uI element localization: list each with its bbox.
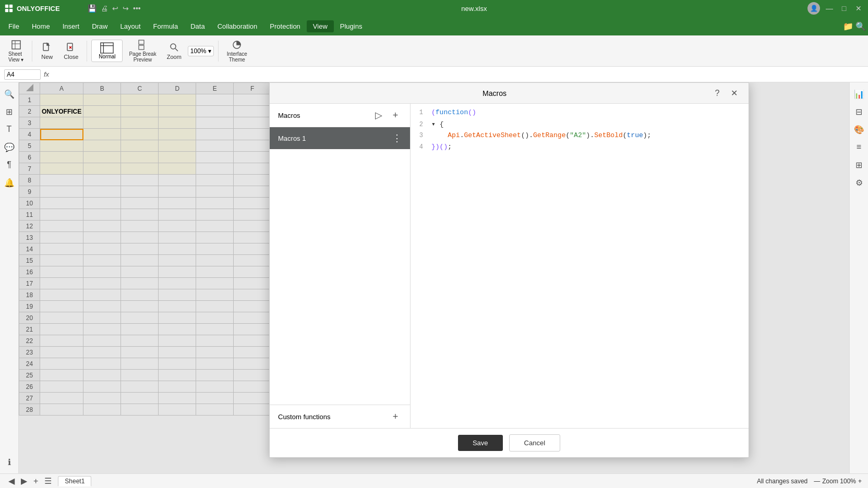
save-status: All changes saved: [757, 478, 807, 485]
zoom-button[interactable]: Zoom: [163, 40, 186, 62]
redo-icon[interactable]: ↪: [123, 4, 129, 13]
macro-item-1[interactable]: Macros 1 ⋮: [270, 127, 410, 149]
normal-icon: [100, 42, 114, 54]
dialog-footer: Save Cancel: [270, 428, 749, 457]
interface-icon: [232, 40, 242, 50]
close-label: Close: [64, 54, 78, 60]
sheet-view-button[interactable]: SheetView ▾: [4, 38, 28, 65]
window-maximize[interactable]: □: [839, 3, 849, 14]
line-content-2: ▾ {: [431, 120, 443, 128]
main-area: 🔍 ⊞ T 💬 ¶ 🔔 ℹ A B C D E: [0, 82, 868, 473]
left-paragraph-icon[interactable]: ¶: [2, 157, 17, 172]
next-sheet-button[interactable]: ▶: [19, 476, 29, 486]
page-break-button[interactable]: Page BreakPreview: [125, 38, 160, 65]
zoom-out-button[interactable]: —: [814, 478, 820, 485]
add-sheet-button[interactable]: +: [31, 477, 40, 486]
zoom-level: Zoom 100%: [822, 478, 856, 485]
formula-input[interactable]: [52, 70, 864, 78]
page-break-icon: [138, 40, 148, 50]
left-text-icon[interactable]: T: [2, 122, 17, 137]
left-magnify-icon[interactable]: 🔍: [2, 87, 17, 101]
titlebar: ONLYOFFICE 💾 🖨 ↩ ↪ ••• new.xlsx 👤 — □ ✕: [0, 0, 868, 17]
macro-item-1-more[interactable]: ⋮: [392, 132, 402, 144]
window-title: new.xlsx: [141, 5, 807, 13]
left-bell-icon[interactable]: 🔔: [2, 175, 17, 190]
toolbar: SheetView ▾ New Close Normal Page BreakP…: [0, 35, 868, 67]
undo-icon[interactable]: ↩: [112, 4, 118, 13]
code-editor[interactable]: 1 (function() 2 ▾ { 3 Api.GetActiveSheet…: [411, 104, 749, 428]
add-macro-button[interactable]: +: [389, 109, 402, 121]
menu-draw[interactable]: Draw: [86, 20, 114, 32]
window-close[interactable]: ✕: [853, 3, 864, 14]
cell-reference-input[interactable]: [4, 69, 41, 80]
right-settings-icon[interactable]: ⚙: [852, 175, 866, 190]
interface-theme-button[interactable]: InterfaceTheme: [223, 38, 251, 65]
code-line-1: 1 (function(): [411, 108, 749, 119]
new-label: New: [41, 54, 53, 60]
menu-data[interactable]: Data: [184, 20, 211, 32]
left-panel: 🔍 ⊞ T 💬 ¶ 🔔 ℹ: [0, 82, 19, 473]
left-grid-icon[interactable]: ⊞: [2, 104, 17, 119]
right-paint-icon[interactable]: 🎨: [852, 122, 866, 137]
svg-rect-1: [9, 5, 13, 8]
menu-file[interactable]: File: [2, 20, 26, 32]
user-avatar[interactable]: 👤: [807, 2, 820, 15]
zoom-in-button[interactable]: +: [858, 478, 862, 485]
menu-protection[interactable]: Protection: [263, 20, 307, 32]
list-sheets-button[interactable]: ☰: [42, 476, 54, 486]
macros-dialog: Macros ? ✕ Macros ▷ +: [269, 82, 749, 458]
zoom-select[interactable]: 100% ▾: [188, 46, 214, 56]
more-icon[interactable]: •••: [133, 4, 141, 13]
right-chart-icon[interactable]: 📊: [852, 87, 866, 101]
dialog-body: Macros ▷ + Macros 1 ⋮ Custom functio: [270, 104, 749, 428]
save-icon[interactable]: 💾: [88, 4, 97, 13]
right-columns-icon[interactable]: ⊞: [852, 157, 866, 172]
menu-plugins[interactable]: Plugins: [334, 20, 369, 32]
menu-view[interactable]: View: [307, 20, 334, 32]
line-num-4: 4: [411, 143, 431, 151]
custom-functions-label: Custom functions: [278, 413, 330, 421]
left-chat-icon[interactable]: 💬: [2, 140, 17, 154]
menu-collaboration[interactable]: Collaboration: [211, 20, 264, 32]
line-num-3: 3: [411, 132, 431, 139]
sheet1-tab[interactable]: Sheet1: [58, 476, 91, 486]
cancel-button[interactable]: Cancel: [509, 434, 560, 452]
svg-rect-4: [12, 41, 20, 49]
save-button[interactable]: Save: [458, 435, 503, 451]
svg-rect-11: [101, 43, 113, 53]
new-button[interactable]: New: [37, 40, 57, 62]
code-line-3: 3 Api.GetActiveSheet().GetRange("A2").Se…: [411, 131, 749, 142]
zoom-controls: — Zoom 100% +: [814, 478, 862, 485]
left-info-icon[interactable]: ℹ: [2, 455, 17, 469]
menu-formula[interactable]: Formula: [147, 20, 185, 32]
run-macro-button[interactable]: ▷: [372, 109, 385, 121]
menu-layout[interactable]: Layout: [114, 20, 147, 32]
window-minimize[interactable]: —: [824, 3, 835, 14]
new-icon: [42, 42, 52, 53]
location-icon[interactable]: 📁: [843, 21, 853, 31]
close-button[interactable]: Close: [59, 40, 82, 62]
svg-rect-3: [9, 9, 13, 12]
macros-section-title: Macros: [278, 112, 300, 119]
search-icon[interactable]: 🔍: [855, 21, 866, 31]
prev-sheet-button[interactable]: ◀: [6, 476, 17, 486]
sep3: [218, 41, 219, 62]
svg-rect-15: [139, 45, 144, 50]
normal-label: Normal: [99, 54, 115, 59]
dialog-close-button[interactable]: ✕: [728, 87, 740, 100]
sheet-view-icon: [11, 40, 21, 50]
line-num-2: 2: [411, 121, 431, 128]
app-name: ONLYOFFICE: [17, 5, 60, 13]
right-table-icon[interactable]: ⊟: [852, 104, 866, 119]
svg-point-16: [171, 44, 176, 49]
right-align-icon[interactable]: ≡: [852, 140, 866, 154]
menu-insert[interactable]: Insert: [56, 20, 86, 32]
print-icon[interactable]: 🖨: [101, 4, 108, 13]
statusbar: ◀ ▶ + ☰ Sheet1 All changes saved — Zoom …: [0, 473, 868, 488]
menu-home[interactable]: Home: [26, 20, 56, 32]
add-custom-function-button[interactable]: +: [389, 410, 402, 423]
normal-view-button[interactable]: Normal: [91, 40, 123, 62]
dialog-header-actions: ? ✕: [711, 87, 740, 100]
dialog-help-button[interactable]: ?: [711, 87, 724, 100]
close-icon: [66, 42, 76, 53]
